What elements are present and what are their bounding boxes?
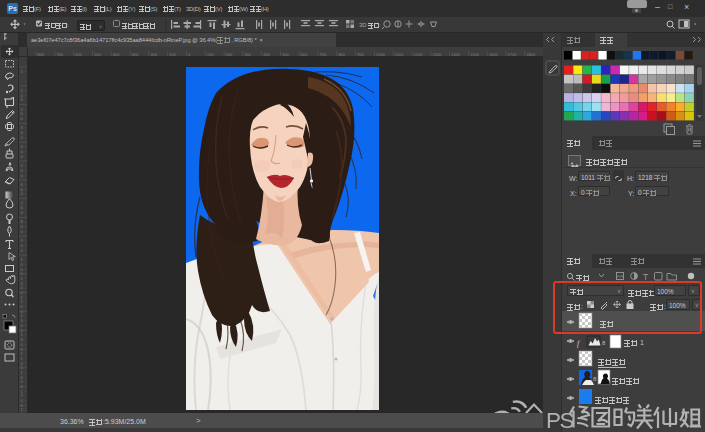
svg-text:200: 200 [150, 52, 157, 57]
svg-text:PS: PS [546, 408, 574, 432]
svg-text:0: 0 [21, 210, 24, 215]
svg-text:400: 400 [113, 52, 120, 57]
svg-text:500: 500 [94, 52, 101, 57]
svg-text:600: 600 [75, 52, 82, 57]
svg-text:100: 100 [207, 52, 214, 57]
svg-text:f: f [577, 339, 581, 348]
svg-text:700: 700 [56, 52, 63, 57]
svg-text:900: 900 [357, 52, 364, 57]
svg-text:600: 600 [301, 52, 308, 57]
svg-text:500: 500 [282, 52, 289, 57]
svg-text:1600: 1600 [489, 52, 499, 57]
svg-text:800: 800 [38, 52, 45, 57]
svg-text:1100: 1100 [395, 52, 404, 57]
svg-text:0: 0 [21, 248, 24, 253]
svg-text:0: 0 [21, 135, 24, 140]
svg-text:8: 8 [593, 376, 597, 382]
svg-text:0: 0 [21, 229, 24, 234]
svg-text:1200: 1200 [414, 52, 424, 57]
svg-text:300: 300 [244, 52, 251, 57]
svg-text:300: 300 [132, 52, 139, 57]
svg-text:700: 700 [320, 52, 327, 57]
svg-text:0: 0 [21, 154, 24, 159]
svg-text:400: 400 [263, 52, 270, 57]
svg-text:0: 0 [21, 191, 24, 196]
svg-text:0: 0 [21, 116, 24, 121]
svg-text:T: T [643, 272, 648, 282]
svg-text:100: 100 [169, 52, 176, 57]
svg-text:1000: 1000 [376, 52, 386, 57]
svg-text:8: 8 [602, 340, 606, 346]
svg-text:1700: 1700 [508, 52, 518, 57]
svg-text:1500: 1500 [470, 52, 480, 57]
svg-text:1300: 1300 [432, 52, 442, 57]
svg-text:1800: 1800 [526, 52, 536, 57]
svg-text:0: 0 [21, 69, 24, 74]
svg-text:0: 0 [188, 52, 191, 57]
svg-text:800: 800 [338, 52, 345, 57]
svg-text:0: 0 [21, 173, 24, 178]
svg-text:1400: 1400 [451, 52, 461, 57]
svg-text:0: 0 [21, 97, 24, 102]
svg-text:200: 200 [226, 52, 233, 57]
